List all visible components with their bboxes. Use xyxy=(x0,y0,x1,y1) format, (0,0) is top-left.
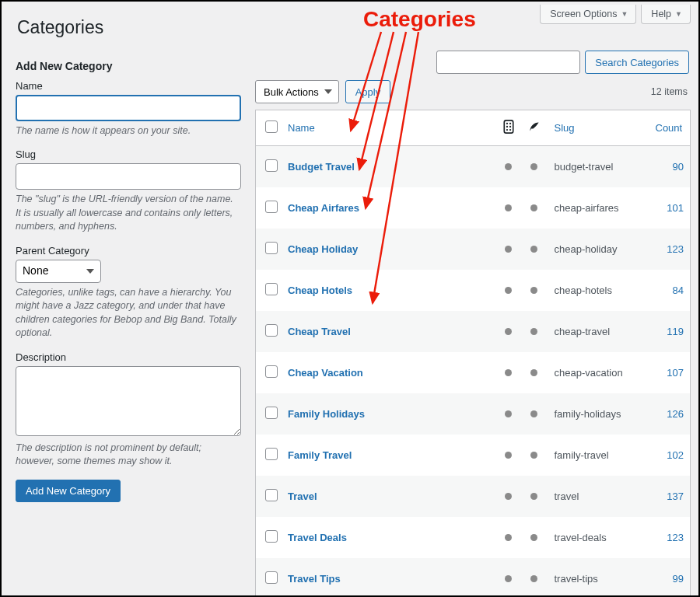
row-checkbox[interactable] xyxy=(265,159,278,172)
select-all-top[interactable] xyxy=(265,120,278,133)
category-slug: travel-deals xyxy=(547,517,648,558)
table-row: Cheap Holidaycheap-holiday123 xyxy=(256,229,691,270)
svg-point-1 xyxy=(506,123,507,124)
category-count-link[interactable]: 123 xyxy=(667,532,684,543)
row-checkbox[interactable] xyxy=(265,365,278,378)
category-count-link[interactable]: 99 xyxy=(673,573,684,585)
status-dot-icon xyxy=(505,452,512,459)
status-dot-icon xyxy=(530,493,537,500)
apply-button[interactable]: Apply xyxy=(345,80,391,103)
table-row: Cheap Travelcheap-travel119 xyxy=(256,311,691,352)
row-checkbox[interactable] xyxy=(265,324,278,337)
table-row: Travel Dealstravel-deals123 xyxy=(256,517,691,558)
svg-point-5 xyxy=(506,129,507,131)
bulk-actions-select[interactable]: Bulk Actions xyxy=(255,80,339,103)
search-categories-button[interactable]: Search Categories xyxy=(585,51,689,74)
screen-options-label: Screen Options xyxy=(550,9,617,19)
category-slug: family-travel xyxy=(547,435,648,476)
category-name-link[interactable]: Travel Tips xyxy=(288,573,341,585)
row-checkbox[interactable] xyxy=(265,448,278,460)
status-dot-icon xyxy=(530,246,537,253)
status-dot-icon xyxy=(505,534,512,541)
description-textarea[interactable] xyxy=(16,366,241,436)
aioseo-column-icon[interactable] xyxy=(495,110,520,146)
parent-help: Categories, unlike tags, can have a hier… xyxy=(16,286,241,340)
status-dot-icon xyxy=(505,246,512,253)
status-dot-icon xyxy=(505,163,512,170)
status-dot-icon xyxy=(530,369,537,376)
status-dot-icon xyxy=(505,287,512,294)
row-checkbox[interactable] xyxy=(265,571,278,584)
category-name-link[interactable]: Travel Deals xyxy=(288,532,347,543)
status-dot-icon xyxy=(530,287,537,294)
category-name-link[interactable]: Cheap Vacation xyxy=(288,367,363,379)
category-slug: cheap-holiday xyxy=(547,229,648,270)
table-row: Travel Tipstravel-tips99 xyxy=(256,558,691,597)
name-input[interactable] xyxy=(16,95,241,121)
category-slug: travel xyxy=(547,476,648,517)
category-slug: family-holidays xyxy=(547,393,648,435)
table-row: Budget Travelbudget-travel90 xyxy=(256,146,691,188)
category-name-link[interactable]: Cheap Hotels xyxy=(288,285,352,296)
description-label: Description xyxy=(16,351,241,363)
row-checkbox[interactable] xyxy=(265,283,278,295)
category-name-link[interactable]: Family Holidays xyxy=(288,408,365,420)
category-count-link[interactable]: 102 xyxy=(667,449,684,461)
slug-input[interactable] xyxy=(16,163,241,190)
status-dot-icon xyxy=(505,493,512,500)
status-dot-icon xyxy=(530,534,537,541)
parent-select[interactable]: None xyxy=(16,260,101,283)
table-row: Cheap Hotelscheap-hotels84 xyxy=(256,270,691,311)
row-checkbox[interactable] xyxy=(265,407,278,419)
category-name-link[interactable]: Budget Travel xyxy=(288,161,355,173)
table-row: Family Travelfamily-travel102 xyxy=(256,435,691,476)
category-count-link[interactable]: 123 xyxy=(667,243,684,255)
category-slug: cheap-vacation xyxy=(547,352,648,393)
screen-options-button[interactable]: Screen Options ▼ xyxy=(540,5,636,24)
search-input[interactable] xyxy=(436,51,580,74)
category-count-link[interactable]: 101 xyxy=(667,202,684,214)
category-count-link[interactable]: 90 xyxy=(673,161,684,173)
col-count-header[interactable]: Count xyxy=(648,110,691,146)
status-dot-icon xyxy=(530,452,537,459)
svg-point-4 xyxy=(509,126,510,127)
add-new-category-button[interactable]: Add New Category xyxy=(16,480,121,502)
category-count-link[interactable]: 137 xyxy=(667,491,684,502)
row-checkbox[interactable] xyxy=(265,530,278,543)
row-checkbox[interactable] xyxy=(265,242,278,254)
description-help: The description is not prominent by defa… xyxy=(16,442,241,469)
category-name-link[interactable]: Cheap Holiday xyxy=(288,243,358,255)
category-name-link[interactable]: Cheap Travel xyxy=(288,326,351,337)
category-name-link[interactable]: Family Travel xyxy=(288,449,352,461)
table-row: Cheap Airfarescheap-airfares101 xyxy=(256,187,691,229)
parent-label: Parent Category xyxy=(16,245,241,257)
category-name-link[interactable]: Travel xyxy=(288,491,317,502)
category-slug: cheap-travel xyxy=(547,311,648,352)
category-count-link[interactable]: 126 xyxy=(667,408,684,420)
category-count-link[interactable]: 119 xyxy=(667,326,684,337)
category-slug: travel-tips xyxy=(547,558,648,597)
status-dot-icon xyxy=(530,204,537,211)
slug-help: The "slug" is the URL-friendly version o… xyxy=(16,193,241,234)
category-name-link[interactable]: Cheap Airfares xyxy=(288,202,359,214)
row-checkbox[interactable] xyxy=(265,489,278,501)
col-slug-header[interactable]: Slug xyxy=(547,110,648,146)
items-count: 12 items xyxy=(651,86,688,97)
table-row: Traveltravel137 xyxy=(256,476,691,517)
chevron-down-icon: ▼ xyxy=(675,10,682,18)
svg-point-6 xyxy=(509,129,510,131)
status-dot-icon xyxy=(530,328,537,335)
category-count-link[interactable]: 107 xyxy=(667,367,684,379)
table-row: Cheap Vacationcheap-vacation107 xyxy=(256,352,691,393)
category-count-link[interactable]: 84 xyxy=(673,285,684,296)
col-name-header[interactable]: Name xyxy=(280,110,495,146)
help-label: Help xyxy=(651,9,671,19)
table-row: Family Holidaysfamily-holidays126 xyxy=(256,393,691,435)
feather-column-icon[interactable] xyxy=(520,110,547,146)
status-dot-icon xyxy=(530,163,537,170)
svg-point-3 xyxy=(506,126,507,127)
row-checkbox[interactable] xyxy=(265,201,278,213)
slug-label: Slug xyxy=(16,148,241,160)
status-dot-icon xyxy=(505,328,512,335)
help-button[interactable]: Help ▼ xyxy=(641,5,691,24)
